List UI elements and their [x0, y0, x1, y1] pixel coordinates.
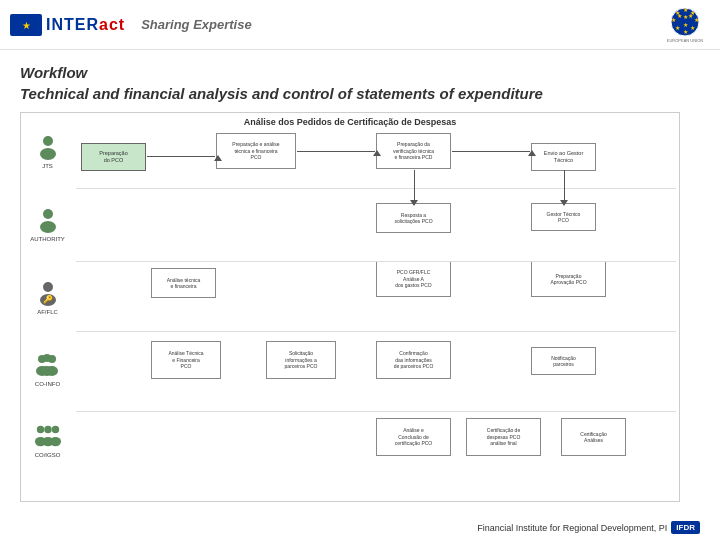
actor-afFlc-label: AF/FLC: [37, 309, 58, 316]
svg-text:EUROPEAN UNION: EUROPEAN UNION: [666, 38, 703, 43]
svg-text:★: ★: [689, 25, 694, 31]
arrow-2-3v: [373, 146, 381, 156]
svg-text:★: ★: [682, 22, 687, 28]
title-line1: Workflow: [20, 62, 700, 83]
svg-point-17: [43, 136, 53, 146]
actors-column: JTS AUTHORITY 🔑: [25, 133, 70, 465]
separator4: [76, 411, 676, 412]
box-analise1: Preparação e análisetécnica e financeira…: [216, 133, 296, 169]
separator3: [76, 331, 676, 332]
actor-jts: JTS: [25, 133, 70, 170]
svg-point-29: [40, 366, 54, 376]
arrow-v2: [564, 170, 565, 202]
box-analise2: Análise técnicae financeira: [151, 268, 216, 298]
title-line2: Technical and financial analysis and con…: [20, 83, 700, 104]
arrow-3-4h: [452, 151, 530, 152]
arrow-1-2h: [147, 156, 215, 157]
svg-point-28: [43, 354, 51, 362]
arrow-2-3h: [297, 151, 375, 152]
actor-coinfo: CO-INFO: [25, 351, 70, 388]
box-final: CertificaçãoAnálises: [561, 418, 626, 456]
eu-logo-right: ★ ★ ★ ★ ★ ★ ★ ★ ★ ★ ★ ★ EUROPEAN UNION: [660, 5, 710, 45]
page-title-area: Workflow Technical and financial analysi…: [0, 50, 720, 112]
actor-coinfo-label: CO-INFO: [35, 381, 60, 388]
separator2: [76, 261, 676, 262]
actor-coigso-icon: [34, 422, 62, 450]
svg-point-20: [40, 221, 56, 233]
svg-text:★: ★: [682, 29, 687, 35]
actor-authority: AUTHORITY: [25, 206, 70, 243]
box-aprovacao: PreparaçãoAprovação PCO: [531, 261, 606, 297]
arrow-v1-tip: [410, 200, 418, 206]
svg-point-18: [40, 148, 56, 160]
actor-authority-label: AUTHORITY: [30, 236, 65, 243]
svg-point-32: [44, 425, 51, 432]
svg-point-19: [43, 209, 53, 219]
box-resp1: Resposta asolicitações PCO: [376, 203, 451, 233]
ifdr-badge: IFDR: [671, 521, 700, 534]
actor-coinfo-icon: [34, 351, 62, 379]
interact-logo: ★ INTERact: [10, 14, 125, 36]
box-verificacao: Preparação daverificação técnicae financ…: [376, 133, 451, 169]
svg-point-35: [49, 437, 60, 446]
brand-name: INTERact: [46, 16, 125, 34]
actor-coigso-label: CO/IGSO: [35, 452, 61, 459]
box-analise4: Análise eConclusão decertificação PCO: [376, 418, 451, 456]
box-confirm: Confirmaçãodas informaçõesde parceiros P…: [376, 341, 451, 379]
box-analise3: Análise Técnicae FinanceiraPCO: [151, 341, 221, 379]
header: ★ INTERact Sharing Expertise ★ ★: [0, 0, 720, 50]
arrow-1-2v: [214, 151, 222, 161]
box-pcdfLC: PCO GFR/FLCAnálise Ados gastos PCO: [376, 261, 451, 297]
actor-authority-icon: [34, 206, 62, 234]
arrow-v1: [414, 170, 415, 202]
footer-text: Financial Institute for Regional Develop…: [477, 523, 667, 533]
footer: Financial Institute for Regional Develop…: [477, 521, 700, 534]
header-left: ★ INTERact Sharing Expertise: [10, 14, 252, 36]
box-envio1: Envio ao GestorTécnico: [531, 143, 596, 171]
svg-text:★: ★: [670, 17, 675, 23]
arrow-v2-tip: [560, 200, 568, 206]
diagram-title: Análise dos Pedidos de Certificação de D…: [21, 113, 679, 129]
box-gt1: Gestor TécnicoPCO: [531, 203, 596, 231]
svg-point-30: [36, 425, 43, 432]
actor-affLc: 🔑 AF/FLC: [25, 279, 70, 316]
box-notif: Notificaçãoparceiros: [531, 347, 596, 375]
actor-coigso: CO/IGSO: [25, 422, 70, 459]
svg-text:🔑: 🔑: [43, 294, 53, 304]
header-right: ★ ★ ★ ★ ★ ★ ★ ★ ★ ★ ★ ★ EUROPEAN UNION: [660, 5, 710, 45]
box-certif: Certificação dedespesas PCOanálise final: [466, 418, 541, 456]
actor-afFlc-icon: 🔑: [34, 279, 62, 307]
actor-jts-icon: [34, 133, 62, 161]
svg-point-21: [43, 282, 53, 292]
svg-text:★: ★: [676, 13, 681, 19]
actor-jts-label: JTS: [42, 163, 53, 170]
svg-text:★: ★: [22, 20, 31, 31]
svg-text:★: ★: [674, 25, 679, 31]
svg-text:★: ★: [693, 17, 698, 23]
main-content: Análise dos Pedidos de Certificação de D…: [0, 112, 720, 502]
svg-point-34: [51, 425, 58, 432]
arrow-3-4v: [528, 146, 536, 156]
diagram-container: Análise dos Pedidos de Certificação de D…: [20, 112, 680, 502]
separator1: [76, 188, 676, 189]
svg-text:★: ★: [687, 13, 692, 19]
page-title: Workflow Technical and financial analysi…: [20, 62, 700, 104]
tagline: Sharing Expertise: [141, 17, 252, 32]
box-prepcpo: Preparaçãodo PCO: [81, 143, 146, 171]
eu-flag-left: ★: [10, 14, 42, 36]
box-solicit: Solicitaçãoinformações aparceiros PCO: [266, 341, 336, 379]
